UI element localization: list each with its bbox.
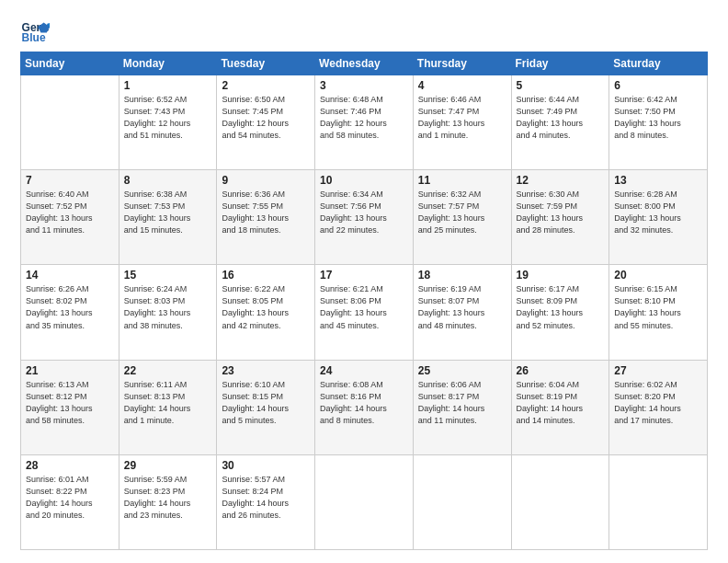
calendar-cell: 23Sunrise: 6:10 AM Sunset: 8:15 PM Dayli… [217,360,315,454]
calendar-cell: 15Sunrise: 6:24 AM Sunset: 8:03 PM Dayli… [119,265,217,360]
calendar-cell: 13Sunrise: 6:28 AM Sunset: 8:00 PM Dayli… [609,170,708,265]
day-number: 19 [517,269,605,282]
day-info: Sunrise: 6:06 AM Sunset: 8:17 PM Dayligh… [418,379,506,427]
calendar-cell: 4Sunrise: 6:46 AM Sunset: 7:47 PM Daylig… [413,75,511,170]
day-info: Sunrise: 6:02 AM Sunset: 8:20 PM Dayligh… [614,379,702,427]
day-number: 1 [124,79,212,92]
calendar-cell: 8Sunrise: 6:38 AM Sunset: 7:53 PM Daylig… [119,170,217,265]
day-number: 16 [222,269,310,282]
calendar-cell: 29Sunrise: 5:59 AM Sunset: 8:23 PM Dayli… [119,454,217,549]
day-info: Sunrise: 6:04 AM Sunset: 8:19 PM Dayligh… [517,379,605,427]
calendar-week-row: 7Sunrise: 6:40 AM Sunset: 7:52 PM Daylig… [21,170,708,265]
day-info: Sunrise: 6:36 AM Sunset: 7:55 PM Dayligh… [222,189,310,236]
day-info: Sunrise: 6:08 AM Sunset: 8:16 PM Dayligh… [320,379,408,427]
calendar-cell: 20Sunrise: 6:15 AM Sunset: 8:10 PM Dayli… [609,265,708,360]
day-number: 9 [222,174,310,187]
calendar-cell: 11Sunrise: 6:32 AM Sunset: 7:57 PM Dayli… [413,170,511,265]
day-info: Sunrise: 6:38 AM Sunset: 7:53 PM Dayligh… [124,189,212,236]
day-number: 29 [124,459,212,472]
day-number: 3 [320,79,408,92]
calendar-week-row: 14Sunrise: 6:26 AM Sunset: 8:02 PM Dayli… [21,265,708,360]
day-info: Sunrise: 6:17 AM Sunset: 8:09 PM Dayligh… [517,283,605,331]
day-number: 14 [26,269,114,282]
weekday-header: Wednesday [315,52,414,75]
day-info: Sunrise: 6:28 AM Sunset: 8:00 PM Dayligh… [614,189,702,236]
calendar-week-row: 1Sunrise: 6:52 AM Sunset: 7:43 PM Daylig… [21,75,708,170]
calendar-cell: 22Sunrise: 6:11 AM Sunset: 8:13 PM Dayli… [119,360,217,454]
calendar-cell [609,454,708,549]
logo-icon: General Blue [20,17,50,46]
weekday-header: Friday [511,52,609,75]
calendar-cell: 16Sunrise: 6:22 AM Sunset: 8:05 PM Dayli… [217,265,315,360]
calendar-cell: 30Sunrise: 5:57 AM Sunset: 8:24 PM Dayli… [217,454,315,549]
day-number: 7 [26,174,114,187]
calendar-table: SundayMondayTuesdayWednesdayThursdayFrid… [20,52,708,550]
day-info: Sunrise: 6:24 AM Sunset: 8:03 PM Dayligh… [124,283,212,331]
svg-text:Blue: Blue [22,31,46,44]
day-number: 13 [614,174,702,187]
day-info: Sunrise: 6:46 AM Sunset: 7:47 PM Dayligh… [418,94,506,142]
day-info: Sunrise: 6:34 AM Sunset: 7:56 PM Dayligh… [320,189,408,236]
day-number: 24 [320,364,408,377]
calendar-cell: 5Sunrise: 6:44 AM Sunset: 7:49 PM Daylig… [511,75,609,170]
day-number: 27 [614,364,702,377]
calendar-cell: 28Sunrise: 6:01 AM Sunset: 8:22 PM Dayli… [21,454,119,549]
day-number: 12 [517,174,605,187]
header: General Blue [20,17,708,46]
calendar-cell: 25Sunrise: 6:06 AM Sunset: 8:17 PM Dayli… [413,360,511,454]
calendar-cell: 3Sunrise: 6:48 AM Sunset: 7:46 PM Daylig… [315,75,414,170]
weekday-header: Sunday [21,52,119,75]
day-number: 30 [222,459,310,472]
day-info: Sunrise: 6:48 AM Sunset: 7:46 PM Dayligh… [320,94,408,142]
day-number: 4 [418,79,506,92]
calendar-cell [511,454,609,549]
day-info: Sunrise: 6:01 AM Sunset: 8:22 PM Dayligh… [26,474,114,522]
day-number: 11 [418,174,506,187]
day-number: 15 [124,269,212,282]
day-info: Sunrise: 6:26 AM Sunset: 8:02 PM Dayligh… [26,283,114,331]
calendar-cell: 2Sunrise: 6:50 AM Sunset: 7:45 PM Daylig… [217,75,315,170]
day-number: 25 [418,364,506,377]
day-number: 20 [614,269,702,282]
calendar-cell: 26Sunrise: 6:04 AM Sunset: 8:19 PM Dayli… [511,360,609,454]
calendar-cell: 14Sunrise: 6:26 AM Sunset: 8:02 PM Dayli… [21,265,119,360]
weekday-header: Monday [119,52,217,75]
calendar-cell: 18Sunrise: 6:19 AM Sunset: 8:07 PM Dayli… [413,265,511,360]
day-info: Sunrise: 6:40 AM Sunset: 7:52 PM Dayligh… [26,189,114,236]
day-number: 5 [517,79,605,92]
day-info: Sunrise: 6:19 AM Sunset: 8:07 PM Dayligh… [418,283,506,331]
calendar-cell [413,454,511,549]
day-number: 10 [320,174,408,187]
day-number: 21 [26,364,114,377]
weekday-header: Thursday [413,52,511,75]
day-info: Sunrise: 5:57 AM Sunset: 8:24 PM Dayligh… [222,474,310,522]
calendar-cell: 12Sunrise: 6:30 AM Sunset: 7:59 PM Dayli… [511,170,609,265]
calendar-cell: 27Sunrise: 6:02 AM Sunset: 8:20 PM Dayli… [609,360,708,454]
calendar-cell: 9Sunrise: 6:36 AM Sunset: 7:55 PM Daylig… [217,170,315,265]
day-number: 17 [320,269,408,282]
day-info: Sunrise: 6:42 AM Sunset: 7:50 PM Dayligh… [614,94,702,142]
day-info: Sunrise: 6:30 AM Sunset: 7:59 PM Dayligh… [517,189,605,236]
calendar-cell: 7Sunrise: 6:40 AM Sunset: 7:52 PM Daylig… [21,170,119,265]
day-number: 22 [124,364,212,377]
day-info: Sunrise: 6:21 AM Sunset: 8:06 PM Dayligh… [320,283,408,331]
calendar-cell: 1Sunrise: 6:52 AM Sunset: 7:43 PM Daylig… [119,75,217,170]
day-info: Sunrise: 6:52 AM Sunset: 7:43 PM Dayligh… [124,94,212,142]
calendar-cell: 10Sunrise: 6:34 AM Sunset: 7:56 PM Dayli… [315,170,414,265]
page: General Blue SundayMondayTuesdayWednesda… [0,0,728,563]
calendar-header-row: SundayMondayTuesdayWednesdayThursdayFrid… [21,52,708,75]
day-number: 26 [517,364,605,377]
day-info: Sunrise: 6:11 AM Sunset: 8:13 PM Dayligh… [124,379,212,427]
calendar-week-row: 28Sunrise: 6:01 AM Sunset: 8:22 PM Dayli… [21,454,708,549]
calendar-cell: 6Sunrise: 6:42 AM Sunset: 7:50 PM Daylig… [609,75,708,170]
day-info: Sunrise: 6:32 AM Sunset: 7:57 PM Dayligh… [418,189,506,236]
calendar-cell [21,75,119,170]
logo: General Blue [20,17,53,46]
day-info: Sunrise: 6:10 AM Sunset: 8:15 PM Dayligh… [222,379,310,427]
calendar-cell: 24Sunrise: 6:08 AM Sunset: 8:16 PM Dayli… [315,360,414,454]
day-info: Sunrise: 5:59 AM Sunset: 8:23 PM Dayligh… [124,474,212,522]
calendar-cell: 17Sunrise: 6:21 AM Sunset: 8:06 PM Dayli… [315,265,414,360]
weekday-header: Saturday [609,52,708,75]
day-number: 8 [124,174,212,187]
day-number: 18 [418,269,506,282]
